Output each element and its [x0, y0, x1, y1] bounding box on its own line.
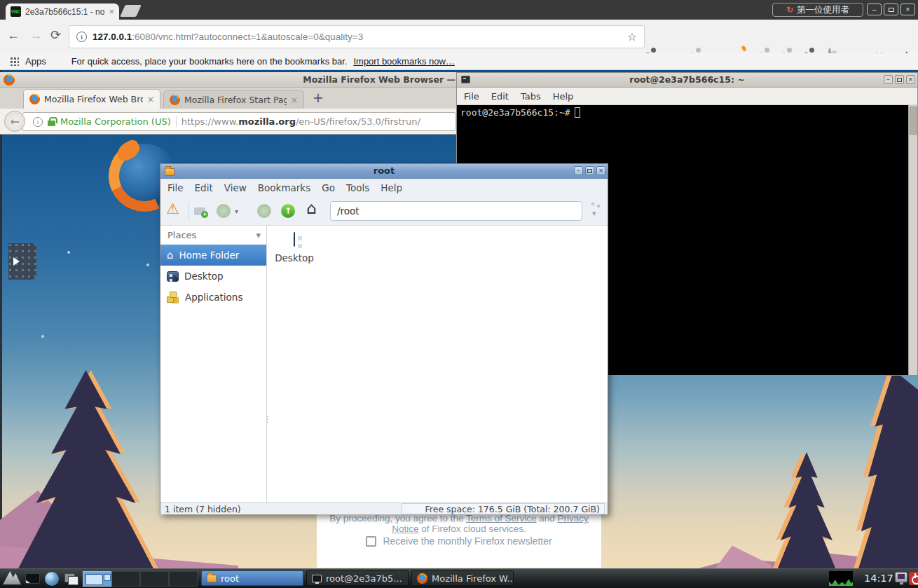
clock[interactable]: 14:17: [864, 573, 893, 584]
home-icon: ⌂: [167, 250, 174, 261]
terms-of-service-link[interactable]: Terms of Service: [466, 513, 537, 524]
security-label[interactable]: Mozilla Corporation (US): [60, 116, 171, 127]
pane-resize-handle[interactable]: ⋮: [263, 415, 271, 424]
taskbar-button-firefox[interactable]: Mozilla Firefox W...: [411, 570, 514, 586]
agreement-text: By proceeding, you agree to the: [329, 513, 466, 524]
screenshot-tool-icon[interactable]: [895, 572, 907, 582]
newsletter-checkbox[interactable]: [366, 536, 376, 547]
sidebar-item-home-folder[interactable]: ⌂ Home Folder: [160, 245, 266, 266]
file-manager-statusbar: 1 item (7 hidden) Free space: 176.5 GiB …: [160, 502, 608, 514]
menu-edit[interactable]: Edit: [491, 91, 509, 102]
close-icon: ×: [598, 167, 604, 174]
workspace-2[interactable]: [111, 571, 140, 587]
path-input[interactable]: /root: [330, 201, 582, 221]
collapse-icon[interactable]: ▾: [256, 230, 261, 240]
web-browser-launcher-icon[interactable]: [45, 572, 59, 586]
show-desktop-icon[interactable]: [25, 573, 40, 584]
firefox-tab-web-browser[interactable]: Mozilla Firefox Web Bro ×: [23, 89, 160, 109]
logout-power-button[interactable]: [909, 572, 918, 585]
sidebar-item-applications[interactable]: Applications: [160, 287, 266, 308]
tab-close-icon[interactable]: ×: [147, 95, 154, 104]
taskbar-button-file-manager[interactable]: root: [201, 570, 303, 586]
chrome-tab-novnc[interactable]: VNC 2e3a7b566c15:1 - no ×: [6, 4, 119, 20]
home-toolbar-icon[interactable]: ⌂: [306, 199, 317, 217]
chrome-new-tab-button[interactable]: [120, 5, 142, 17]
fm-maximize-button[interactable]: [585, 166, 594, 175]
workspace-1[interactable]: [83, 571, 111, 587]
menu-edit[interactable]: Edit: [195, 182, 213, 193]
side-pane-toggle-icon[interactable]: ▾: [591, 202, 603, 219]
star-dot: [41, 335, 44, 338]
tab-close-icon[interactable]: ×: [109, 7, 114, 16]
site-info-icon[interactable]: i: [76, 32, 87, 42]
menu-tabs[interactable]: Tabs: [521, 91, 541, 102]
fm-close-button[interactable]: ×: [596, 166, 605, 175]
url-text[interactable]: 127.0.0.1:6080/vnc.html?autoconnect=1&au…: [93, 32, 622, 42]
file-manager-titlebar[interactable]: root – ×: [160, 164, 608, 179]
folder-icon: [207, 575, 217, 582]
back-nav-button[interactable]: [217, 204, 231, 218]
workspace-3[interactable]: [140, 571, 169, 587]
menu-view[interactable]: View: [224, 182, 247, 193]
firefox-tab-start-page[interactable]: Mozilla Firefox Start Pag ×: [163, 90, 304, 109]
page-info-icon[interactable]: i: [33, 117, 43, 127]
tree-far-right: [830, 370, 918, 588]
bookmark-star-icon[interactable]: ☆: [627, 30, 637, 43]
sidebar-item-desktop[interactable]: Desktop: [160, 266, 266, 287]
terminal-maximize-button[interactable]: [895, 75, 904, 84]
novnc-control-handle[interactable]: [8, 243, 36, 280]
lxde-menu-icon[interactable]: [3, 571, 21, 584]
up-folder-button[interactable]: ↑: [281, 204, 295, 218]
scrollbar-thumb[interactable]: [910, 107, 917, 135]
terminal-minimize-button[interactable]: –: [884, 75, 893, 84]
minimize-icon: –: [886, 76, 890, 83]
chrome-tab-title: 2e3a7b566c15:1 - no: [25, 7, 104, 17]
chrome-maximize-button[interactable]: [884, 4, 898, 15]
menu-help[interactable]: Help: [553, 91, 574, 102]
reload-button[interactable]: ⟳: [50, 29, 61, 41]
terminal-titlebar[interactable]: root@2e3a7b566c15: ~ – ×: [457, 73, 917, 88]
tab-close-icon[interactable]: ×: [291, 95, 298, 105]
new-tab-toolbar-icon[interactable]: +: [194, 207, 205, 215]
import-bookmarks-link[interactable]: Import bookmarks now…: [353, 56, 455, 67]
chrome-minimize-button[interactable]: –: [867, 4, 882, 15]
tab-label: Mozilla Firefox Start Pag: [184, 95, 287, 105]
terminal-title: root@2e3a7b566c15: ~: [457, 73, 917, 87]
file-item-desktop[interactable]: Desktop: [270, 233, 319, 264]
forward-button[interactable]: →: [29, 29, 42, 41]
file-manager-launcher-icon[interactable]: [64, 573, 78, 584]
url-host: 127.0.0.1: [93, 32, 132, 42]
minimize-icon: –: [872, 6, 877, 13]
back-button[interactable]: ←: [7, 29, 20, 41]
terminal-scrollbar[interactable]: [908, 105, 917, 375]
screen: By proceeding, you agree to the Terms of…: [0, 0, 918, 588]
apps-label[interactable]: Apps: [25, 56, 46, 67]
chrome-profile-button[interactable]: ↻ 第一位使用者: [772, 3, 863, 17]
menu-file[interactable]: File: [464, 91, 479, 102]
workspace-pager: [83, 571, 198, 587]
free-space-status: Free space: 176.5 GiB (Total: 200.7 GiB): [402, 503, 605, 514]
history-dropdown-icon[interactable]: ▾: [235, 207, 238, 215]
tree-left: [11, 370, 161, 575]
menu-go[interactable]: Go: [322, 182, 335, 193]
places-header[interactable]: Places ▾: [160, 226, 266, 245]
taskbar-button-label: Mozilla Firefox W...: [432, 573, 514, 584]
chrome-address-bar[interactable]: i 127.0.0.1:6080/vnc.html?autoconnect=1&…: [69, 25, 645, 48]
apps-grid-icon[interactable]: [10, 57, 19, 66]
menu-tools[interactable]: Tools: [346, 182, 369, 193]
taskbar-button-terminal[interactable]: root@2e3a7b5...: [306, 570, 409, 586]
chrome-close-button[interactable]: ×: [900, 4, 915, 15]
fm-minimize-button[interactable]: –: [574, 166, 583, 175]
back-button[interactable]: ←: [4, 111, 25, 132]
menu-bookmarks[interactable]: Bookmarks: [258, 182, 310, 193]
menu-file[interactable]: File: [167, 182, 184, 193]
forward-nav-button[interactable]: [257, 204, 271, 218]
menu-help[interactable]: Help: [381, 182, 402, 193]
workspace-4[interactable]: [169, 571, 198, 587]
firefox-titlebar[interactable]: Mozilla Firefox Web Browser —: [0, 72, 456, 88]
new-tab-button[interactable]: +: [313, 90, 324, 105]
terminal-close-button[interactable]: ×: [906, 75, 915, 84]
firefox-icon: [417, 573, 427, 584]
url-text[interactable]: https://www.mozilla.org/en-US/firefox/53…: [181, 116, 420, 127]
firefox-address-bar[interactable]: i Mozilla Corporation (US) https://www.m…: [22, 112, 456, 131]
